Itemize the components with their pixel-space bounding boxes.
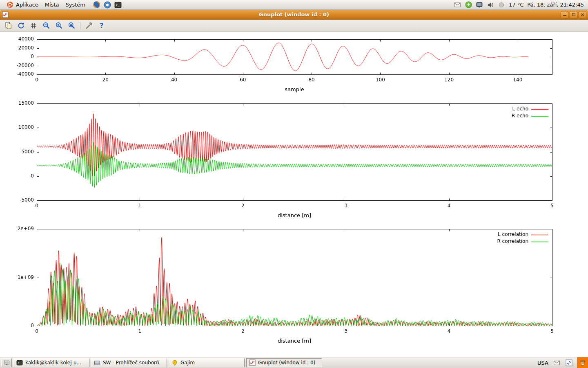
gnuplot-toolbar: ?	[0, 20, 588, 32]
ubuntu-logo-icon	[6, 1, 14, 9]
autoscale-button[interactable]	[67, 21, 76, 31]
zoom-previous-button[interactable]	[41, 21, 51, 31]
chart-echo-traces[interactable]	[0, 98, 588, 224]
maximize-icon	[572, 13, 575, 16]
task-button-gnuplot[interactable]: Gnuplot (window id : 0)	[246, 358, 322, 367]
gnuplot-window: Gnuplot (window id : 0) ×	[0, 10, 588, 357]
toolbar-separator	[80, 22, 80, 29]
gnuplot-window-icon	[2, 11, 9, 18]
keyboard-layout-indicator[interactable]: USA	[537, 360, 548, 366]
tray-update-icon[interactable]	[465, 1, 472, 9]
task-label: Gnuplot (window id : 0)	[258, 360, 315, 366]
chart-correlation[interactable]	[0, 224, 588, 346]
question-mark-icon: ?	[100, 22, 103, 29]
minimize-icon	[563, 13, 566, 16]
zoom-next-button[interactable]	[54, 21, 64, 31]
plot-area	[0, 32, 588, 357]
chart-sample-waveform[interactable]	[0, 35, 588, 98]
menu-places[interactable]: Místa	[42, 0, 62, 9]
weather-icon	[498, 1, 505, 9]
close-button[interactable]: ×	[579, 11, 586, 18]
task-button-file-manager[interactable]: SW - Prohlížeč souborů	[91, 358, 167, 367]
maximize-button[interactable]	[570, 11, 577, 18]
window-title: Gnuplot (window id : 0)	[0, 11, 588, 18]
gnome-top-panel: Aplikace Místa Systém	[0, 0, 588, 10]
task-label: SW - Prohlížeč souborů	[103, 360, 159, 366]
menu-system[interactable]: Systém	[62, 0, 88, 9]
configure-button[interactable]	[84, 21, 94, 31]
titlebar[interactable]: Gnuplot (window id : 0) ×	[0, 10, 588, 20]
gajim-icon	[172, 359, 178, 366]
terminal-icon	[16, 359, 23, 366]
minimize-button[interactable]	[561, 11, 568, 18]
tray-volume-icon[interactable]	[487, 1, 494, 9]
menu-places-label: Místa	[45, 2, 59, 8]
tray-display-icon[interactable]	[476, 1, 483, 9]
gnome-bottom-panel: kaklik@kaklik-kolej-u... SW - Prohlížeč …	[0, 357, 588, 368]
task-label: Gajim	[180, 360, 195, 366]
tray-mail-icon[interactable]	[552, 359, 561, 367]
copy-to-clipboard-button[interactable]	[3, 21, 13, 31]
panel-tray: 17 °C Pá, 18. září, 21:42:45	[454, 1, 586, 9]
taskbar-tray: USA	[537, 357, 588, 368]
weather-temperature[interactable]: 17 °C	[509, 2, 523, 8]
replot-button[interactable]	[16, 21, 26, 31]
terminal-icon[interactable]	[114, 1, 122, 9]
window-buttons: ×	[561, 11, 586, 18]
help-icon[interactable]	[103, 1, 111, 9]
gnuplot-tray-icon[interactable]	[565, 359, 573, 367]
task-button-terminal[interactable]: kaklik@kaklik-kolej-u...	[13, 358, 89, 367]
task-label: kaklik@kaklik-kolej-u...	[25, 360, 81, 366]
task-button-gajim[interactable]: Gajim	[169, 358, 245, 367]
file-manager-icon	[94, 359, 100, 366]
trash-applet[interactable]	[577, 357, 588, 368]
menu-system-label: Systém	[65, 2, 85, 8]
panel-launchers	[93, 1, 122, 9]
show-desktop-button[interactable]	[1, 358, 12, 367]
gnuplot-icon	[249, 359, 256, 366]
help-button[interactable]: ?	[97, 21, 107, 31]
toggle-grid-button[interactable]	[29, 21, 38, 31]
clock[interactable]: Pá, 18. září, 21:42:45	[527, 2, 584, 8]
tray-mail-icon[interactable]	[454, 1, 461, 9]
firefox-icon[interactable]	[93, 1, 101, 9]
menu-applications-label: Aplikace	[16, 2, 38, 8]
close-icon: ×	[580, 12, 585, 17]
menu-applications[interactable]: Aplikace	[2, 0, 42, 9]
trash-icon	[579, 359, 586, 366]
desktop: Aplikace Místa Systém	[0, 0, 588, 368]
